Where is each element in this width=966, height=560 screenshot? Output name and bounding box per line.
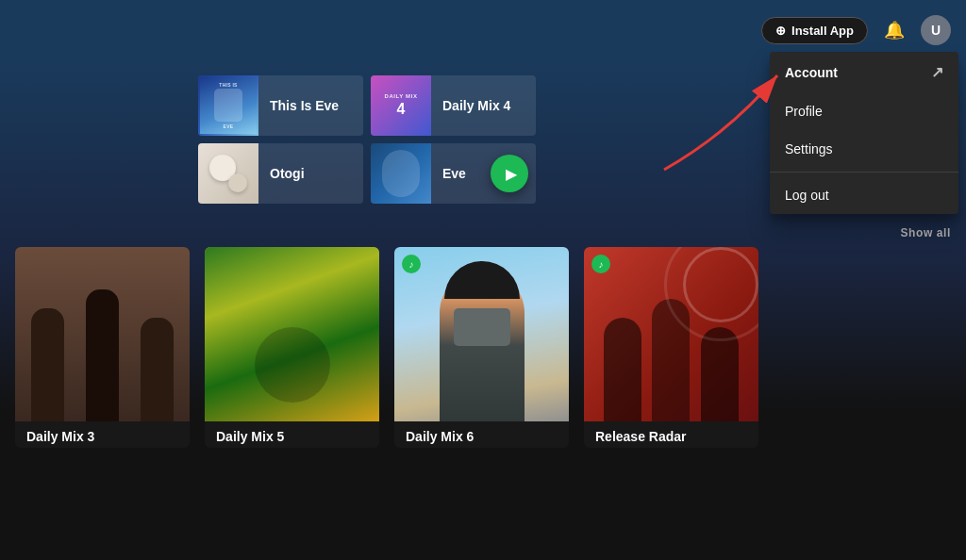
spotify-badge-dm6: ♪ <box>402 255 421 273</box>
quick-access-grid: THIS IS EVE This Is Eve Daily Mix 4 Dail… <box>198 60 551 211</box>
card-title-daily-mix-6: Daily Mix 6 <box>394 421 569 448</box>
menu-item-profile[interactable]: Profile <box>770 92 958 130</box>
card-thumb-daily-mix-5: ♪ <box>205 247 379 421</box>
play-icon: ▶ <box>506 165 517 183</box>
quick-label-eve: Eve <box>431 166 477 181</box>
menu-item-settings[interactable]: Settings <box>770 130 958 168</box>
card-thumb-release-radar: ♪ <box>584 247 758 421</box>
card-thumb-daily-mix-3 <box>15 247 190 421</box>
install-app-button[interactable]: ⊕ Install App <box>761 17 868 44</box>
card-title-daily-mix-5: Daily Mix 5 <box>205 421 379 448</box>
quick-item-eve[interactable]: Eve ▶ <box>371 143 536 204</box>
thumb-this-is-eve: THIS IS EVE <box>198 75 258 136</box>
quick-item-otogi[interactable]: Otogi <box>198 143 363 204</box>
thumb-otogi <box>198 143 258 204</box>
dropdown-menu: Account ↗ Profile Settings Log out <box>770 52 958 214</box>
menu-divider <box>770 172 958 173</box>
menu-item-logout[interactable]: Log out <box>770 176 958 214</box>
card-title-release-radar: Release Radar <box>584 421 758 448</box>
profile-label: Profile <box>785 104 823 119</box>
install-app-label: Install App <box>791 24 854 38</box>
show-all-row: Show all <box>0 211 966 247</box>
thumb-daily-mix-4: Daily Mix 4 <box>371 75 431 136</box>
logout-label: Log out <box>785 188 829 203</box>
settings-label: Settings <box>785 141 833 156</box>
card-daily-mix-6[interactable]: ♪ Daily Mix 6 <box>394 247 569 448</box>
card-thumb-daily-mix-6: ♪ <box>394 247 569 421</box>
show-all-link[interactable]: Show all <box>901 226 951 239</box>
install-icon: ⊕ <box>775 24 786 38</box>
thumb-eve2 <box>371 143 431 204</box>
cards-row: Daily Mix 3 ♪ Daily Mix 5 ♪ <box>0 247 966 448</box>
avatar-button[interactable]: U <box>921 15 951 45</box>
card-title-daily-mix-3: Daily Mix 3 <box>15 421 190 448</box>
card-daily-mix-3[interactable]: Daily Mix 3 <box>15 247 190 448</box>
bell-icon: 🔔 <box>884 20 905 41</box>
quick-label-this-is-eve: This Is Eve <box>258 98 350 113</box>
play-button-eve[interactable]: ▶ <box>491 155 528 192</box>
spotify-badge-radar: ♪ <box>591 255 610 273</box>
notification-button[interactable]: 🔔 <box>879 15 909 45</box>
quick-item-this-is-eve[interactable]: THIS IS EVE This Is Eve <box>198 75 363 136</box>
avatar-letter: U <box>931 23 941 38</box>
menu-item-account[interactable]: Account ↗ <box>770 52 958 92</box>
quick-label-daily-mix-4: Daily Mix 4 <box>431 98 522 113</box>
card-release-radar[interactable]: ♪ Release Radar <box>584 247 758 448</box>
card-daily-mix-5[interactable]: ♪ Daily Mix 5 <box>205 247 379 448</box>
quick-label-otogi: Otogi <box>258 166 316 181</box>
quick-item-daily-mix-4[interactable]: Daily Mix 4 Daily Mix 4 <box>371 75 536 136</box>
external-link-icon: ↗ <box>931 63 943 81</box>
account-label: Account <box>785 65 838 80</box>
